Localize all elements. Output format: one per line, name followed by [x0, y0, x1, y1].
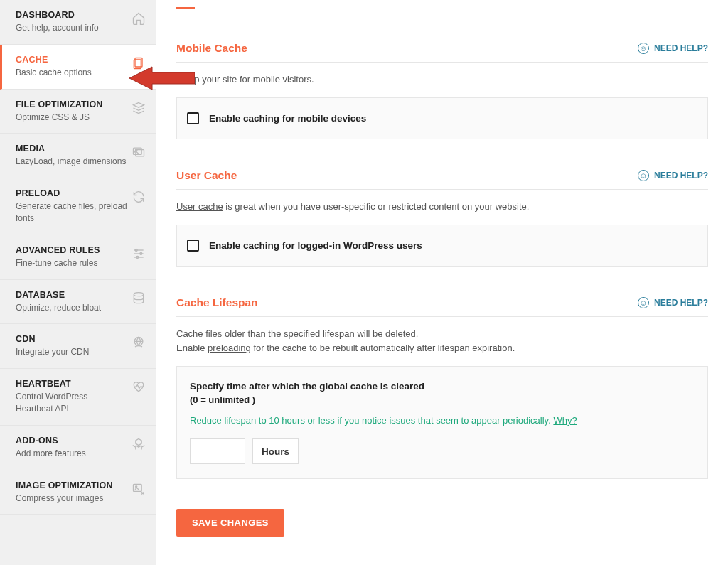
sidebar-item-sub: Fine-tune cache rules — [16, 257, 127, 269]
lifespan-hint: Reduce lifespan to 10 hours or less if y… — [190, 415, 695, 426]
section-description: User cache is great when you have user-s… — [176, 200, 708, 215]
sidebar-item-sub: Integrate your CDN — [16, 346, 127, 358]
sidebar-item-sub: Control WordPress Heartbeat API — [16, 391, 127, 415]
sidebar-item-title: CACHE — [16, 55, 127, 65]
compress-image-icon — [132, 482, 146, 496]
sidebar: DASHBOARD Get help, account info CACHE B… — [0, 0, 156, 565]
sidebar-item-sub: Get help, account info — [16, 22, 127, 34]
lifespan-box: Specify time after which the global cach… — [176, 366, 708, 479]
help-icon: ☺ — [638, 170, 649, 181]
sidebar-item-sub: Optimize, reduce bloat — [16, 302, 127, 314]
need-help-link[interactable]: ☺ NEED HELP? — [638, 170, 708, 181]
preloading-doc-link[interactable]: preloading — [208, 343, 251, 353]
lifespan-box-title: Specify time after which the global cach… — [190, 381, 695, 392]
sidebar-item-advanced-rules[interactable]: ADVANCED RULES Fine-tune cache rules — [0, 235, 156, 280]
database-icon — [132, 291, 146, 306]
svg-point-11 — [134, 292, 143, 296]
globe-icon — [132, 335, 146, 350]
active-tab-indicator — [176, 7, 195, 9]
save-changes-button[interactable]: SAVE CHANGES — [176, 509, 284, 537]
sidebar-item-title: PRELOAD — [16, 188, 127, 198]
sidebar-item-title: IMAGE OPTIMIZATION — [16, 480, 127, 490]
images-icon — [132, 145, 146, 159]
refresh-icon — [132, 190, 146, 204]
heartbeat-icon — [132, 380, 146, 394]
desc-line-2a: Enable — [176, 343, 208, 353]
sidebar-item-sub: Add more features — [16, 448, 127, 460]
lifespan-unit-select[interactable]: Hours — [252, 438, 299, 464]
desc-line-2b: for the cache to be rebuilt automaticall… — [251, 343, 515, 353]
section-mobile-cache: Mobile Cache ☺ NEED HELP? ed up your sit… — [176, 42, 708, 139]
need-help-label: NEED HELP? — [654, 43, 708, 53]
section-title: Mobile Cache — [176, 42, 247, 55]
sidebar-item-heartbeat[interactable]: HEARTBEAT Control WordPress Heartbeat AP… — [0, 369, 156, 426]
desc-line-1: Cache files older than the specified lif… — [176, 328, 418, 339]
desc-text: is great when you have user-specific or … — [223, 201, 530, 212]
sidebar-item-title: DATABASE — [16, 290, 127, 300]
need-help-label: NEED HELP? — [654, 171, 708, 181]
sidebar-item-preload[interactable]: PRELOAD Generate cache files, preload fo… — [0, 178, 156, 235]
svg-rect-2 — [134, 149, 142, 155]
sidebar-item-sub: Optimize CSS & JS — [16, 112, 127, 124]
sidebar-item-sub: Generate cache files, preload fonts — [16, 200, 127, 225]
sidebar-item-image-optimization[interactable]: IMAGE OPTIMIZATION Compress your images — [0, 470, 156, 515]
lifespan-box-sub: (0 = unlimited ) — [190, 394, 695, 405]
sidebar-item-sub: Compress your images — [16, 493, 127, 505]
user-cache-checkbox[interactable] — [187, 240, 199, 252]
sliders-icon — [132, 247, 146, 261]
hint-text: Reduce lifespan to 10 hours or less if y… — [190, 415, 553, 426]
option-box: Enable caching for logged-in WordPress u… — [176, 225, 708, 267]
need-help-label: NEED HELP? — [654, 298, 708, 308]
sidebar-item-dashboard[interactable]: DASHBOARD Get help, account info — [0, 0, 156, 45]
section-description: ed up your site for mobile visitors. — [176, 72, 708, 87]
checkbox-label: Enable caching for logged-in WordPress u… — [209, 240, 422, 251]
section-title: Cache Lifespan — [176, 296, 258, 309]
sidebar-item-addons[interactable]: ADD-ONS Add more features — [0, 426, 156, 470]
home-icon — [132, 11, 146, 26]
section-user-cache: User Cache ☺ NEED HELP? User cache is gr… — [176, 169, 708, 267]
sidebar-item-media[interactable]: MEDIA LazyLoad, image dimensions — [0, 134, 156, 178]
option-box: Enable caching for mobile devices — [176, 97, 708, 139]
boxes-icon — [132, 437, 146, 451]
mobile-cache-checkbox[interactable] — [187, 112, 199, 124]
help-icon: ☺ — [638, 297, 649, 308]
sidebar-item-title: ADD-ONS — [16, 436, 127, 446]
sidebar-item-sub: LazyLoad, image dimensions — [16, 156, 127, 168]
main-content: Mobile Cache ☺ NEED HELP? ed up your sit… — [156, 0, 728, 565]
sidebar-item-file-optimization[interactable]: FILE OPTIMIZATION Optimize CSS & JS — [0, 90, 156, 134]
svg-point-14 — [136, 485, 137, 487]
stack-icon — [132, 101, 146, 115]
section-description: Cache files older than the specified lif… — [176, 327, 708, 357]
sidebar-item-title: CDN — [16, 334, 127, 344]
need-help-link[interactable]: ☺ NEED HELP? — [638, 297, 708, 308]
sidebar-item-title: DASHBOARD — [16, 10, 127, 20]
sidebar-item-cache[interactable]: CACHE Basic cache options — [0, 45, 156, 90]
sidebar-item-title: FILE OPTIMIZATION — [16, 99, 127, 109]
need-help-link[interactable]: ☺ NEED HELP? — [638, 43, 708, 54]
sidebar-item-title: ADVANCED RULES — [16, 245, 127, 255]
hint-why-link[interactable]: Why? — [553, 415, 577, 426]
checkbox-label: Enable caching for mobile devices — [209, 113, 366, 124]
lifespan-value-input[interactable] — [190, 438, 245, 464]
section-cache-lifespan: Cache Lifespan ☺ NEED HELP? Cache files … — [176, 296, 708, 480]
help-icon: ☺ — [638, 43, 649, 54]
section-title: User Cache — [176, 169, 237, 182]
sidebar-item-database[interactable]: DATABASE Optimize, reduce bloat — [0, 280, 156, 325]
sidebar-item-title: MEDIA — [16, 144, 127, 154]
files-icon — [132, 56, 146, 70]
sidebar-item-cdn[interactable]: CDN Integrate your CDN — [0, 324, 156, 369]
user-cache-doc-link[interactable]: User cache — [176, 201, 223, 212]
sidebar-item-title: HEARTBEAT — [16, 379, 127, 389]
sidebar-item-sub: Basic cache options — [16, 67, 127, 79]
